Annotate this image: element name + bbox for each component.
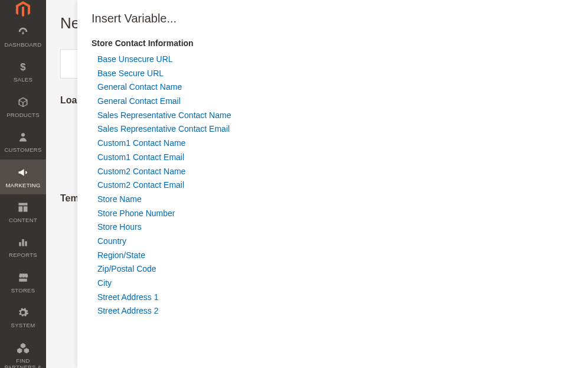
variable-link[interactable]: Country [97,235,574,249]
nav-label: REPORTS [9,252,37,258]
person-icon [18,130,28,144]
magento-logo-icon [14,0,32,19]
dashboard-icon [17,25,30,39]
variable-link[interactable]: Custom2 Contact Email [97,178,574,193]
variable-link[interactable]: Base Secure URL [97,67,574,81]
variable-link[interactable]: General Contact Email [97,95,574,109]
storefront-icon [17,271,30,285]
layout-icon [17,200,29,214]
variable-link[interactable]: Street Address 2 [97,304,574,318]
variable-link[interactable]: Sales Representative Contact Email [97,122,574,136]
variable-link[interactable]: City [97,276,574,291]
nav-label: FIND PARTNERS & EXTENSIONS [1,357,45,368]
nav-sales[interactable]: $ SALES [0,54,46,89]
nav-label: CUSTOMERS [4,146,41,153]
variable-link[interactable]: Street Address 1 [97,291,574,305]
svg-rect-3 [19,206,23,211]
nav-label: MARKETING [5,182,40,188]
svg-rect-2 [19,203,28,205]
nav-reports[interactable]: REPORTS [0,229,46,264]
svg-rect-4 [24,206,28,211]
variable-link[interactable]: Custom1 Contact Name [97,136,574,151]
nav-dashboard[interactable]: DASHBOARD [0,19,46,54]
nav-label: STORES [11,287,35,294]
boxes-icon [17,341,30,355]
nav-customers[interactable]: CUSTOMERS [0,124,46,159]
nav-content[interactable]: CONTENT [0,194,46,229]
nav-label: PRODUCTS [6,112,40,118]
variable-link[interactable]: Store Phone Number [97,207,574,221]
nav-partners[interactable]: FIND PARTNERS & EXTENSIONS [0,335,46,368]
insert-variable-modal: Insert Variable... Store Contact Informa… [77,0,588,368]
variable-link[interactable]: Region/State [97,249,574,263]
nav-marketing[interactable]: MARKETING [0,159,46,194]
modal-title: Insert Variable... [92,12,574,25]
svg-rect-6 [22,239,24,246]
nav-label: DASHBOARD [5,41,42,48]
nav-stores[interactable]: STORES [0,265,46,299]
nav-label: SALES [14,76,32,83]
variable-link[interactable]: Zip/Postal Code [97,262,574,276]
variable-link[interactable]: Custom1 Contact Email [97,151,574,165]
variable-group-title: Store Contact Information [92,38,574,48]
variable-link[interactable]: Sales Representative Contact Name [97,109,574,123]
bar-chart-icon [17,235,29,249]
variable-link[interactable]: Store Name [97,193,574,207]
variable-link[interactable]: Store Hours [97,220,574,235]
svg-rect-5 [19,242,21,246]
svg-point-1 [21,133,25,136]
cube-icon [17,95,29,109]
variable-link[interactable]: Custom2 Contact Name [97,165,574,179]
nav-label: CONTENT [9,217,37,223]
admin-sidebar: DASHBOARD $ SALES PRODUCTS CUSTOMERS MAR… [0,0,46,368]
svg-text:$: $ [20,61,26,73]
nav-products[interactable]: PRODUCTS [0,89,46,124]
variable-list: Base Unsecure URL Base Secure URL Genera… [92,53,574,318]
magento-logo[interactable] [0,0,46,19]
variable-link[interactable]: Base Unsecure URL [97,53,574,67]
megaphone-icon [17,165,30,180]
gear-icon [17,305,29,320]
nav-system[interactable]: SYSTEM [0,299,46,334]
variable-link[interactable]: General Contact Name [97,80,574,95]
svg-rect-7 [25,242,27,246]
dollar-icon: $ [17,60,29,74]
nav-label: SYSTEM [11,322,35,328]
